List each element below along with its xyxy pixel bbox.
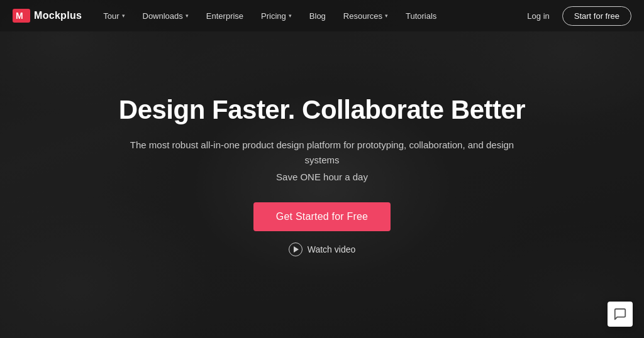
resources-chevron-icon: ▾	[385, 13, 388, 19]
hero-content: Design Faster. Collaborate Better The mo…	[102, 94, 542, 256]
logo-link[interactable]: M Mockplus	[13, 9, 82, 23]
logo-icon: M	[13, 9, 30, 23]
nav-item-blog[interactable]: Blog	[301, 0, 335, 31]
play-circle-icon	[289, 243, 303, 256]
hero-title: Design Faster. Collaborate Better	[114, 94, 530, 126]
pricing-chevron-icon: ▾	[289, 13, 292, 19]
nav-item-pricing[interactable]: Pricing ▾	[252, 0, 301, 31]
watch-video-label: Watch video	[308, 244, 356, 254]
brand-name: Mockplus	[34, 10, 82, 21]
nav-right: Log in Start for free	[519, 6, 631, 26]
navbar: M Mockplus Tour ▾ Downloads ▾ Enterprise…	[0, 0, 644, 31]
get-started-button[interactable]: Get Started for Free	[253, 202, 391, 231]
hero-subtitle2: Save ONE hour a day	[114, 172, 530, 182]
nav-item-tour[interactable]: Tour ▾	[94, 0, 133, 31]
nav-item-enterprise[interactable]: Enterprise	[197, 0, 252, 31]
watch-video-link[interactable]: Watch video	[114, 243, 530, 256]
chat-icon	[613, 307, 627, 321]
nav-item-downloads[interactable]: Downloads ▾	[134, 0, 197, 31]
nav-links: Tour ▾ Downloads ▾ Enterprise Pricing ▾ …	[94, 0, 519, 31]
play-triangle-icon	[294, 246, 299, 253]
chat-widget[interactable]	[608, 302, 633, 327]
downloads-chevron-icon: ▾	[186, 13, 189, 19]
nav-item-resources[interactable]: Resources ▾	[335, 0, 397, 31]
hero-subtitle: The most robust all-in-one product desig…	[114, 138, 530, 168]
tour-chevron-icon: ▾	[122, 13, 125, 19]
nav-item-tutorials[interactable]: Tutorials	[397, 0, 445, 31]
hero-section: M Mockplus Tour ▾ Downloads ▾ Enterprise…	[0, 0, 644, 338]
login-link[interactable]: Log in	[519, 11, 557, 21]
start-free-button[interactable]: Start for free	[562, 6, 631, 26]
svg-text:M: M	[16, 11, 23, 21]
